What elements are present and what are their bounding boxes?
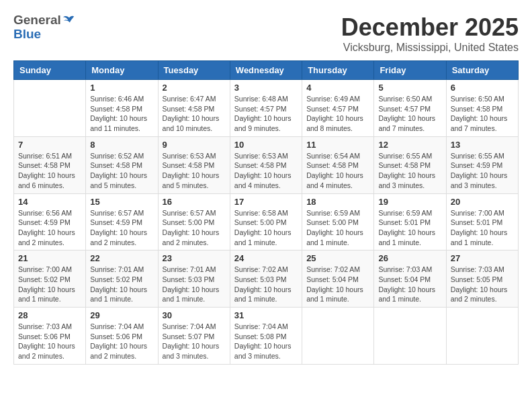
day-info: Sunrise: 6:51 AM Sunset: 4:58 PM Dayligh… — [18, 151, 81, 191]
logo-bird-icon — [62, 14, 77, 26]
day-number: 2 — [163, 83, 226, 93]
day-info: Sunrise: 7:02 AM Sunset: 5:04 PM Dayligh… — [306, 265, 369, 304]
calendar-cell: 10Sunrise: 6:53 AM Sunset: 4:58 PM Dayli… — [230, 136, 302, 193]
day-number: 24 — [234, 253, 298, 263]
calendar-cell: 14Sunrise: 6:56 AM Sunset: 4:59 PM Dayli… — [14, 193, 86, 250]
calendar-cell: 27Sunrise: 7:03 AM Sunset: 5:05 PM Dayli… — [446, 250, 518, 308]
day-info: Sunrise: 7:00 AM Sunset: 5:01 PM Dayligh… — [451, 208, 514, 248]
day-header-saturday: Saturday — [446, 61, 518, 80]
day-info: Sunrise: 6:46 AM Sunset: 4:58 PM Dayligh… — [90, 94, 153, 134]
day-info: Sunrise: 6:57 AM Sunset: 5:00 PM Dayligh… — [163, 208, 226, 248]
day-header-friday: Friday — [374, 61, 446, 80]
calendar-cell: 26Sunrise: 7:03 AM Sunset: 5:04 PM Dayli… — [374, 250, 446, 308]
calendar-cell: 24Sunrise: 7:02 AM Sunset: 5:03 PM Dayli… — [230, 250, 302, 308]
day-number: 26 — [378, 253, 441, 263]
calendar-cell: 30Sunrise: 7:04 AM Sunset: 5:07 PM Dayli… — [158, 308, 230, 365]
day-info: Sunrise: 6:57 AM Sunset: 4:59 PM Dayligh… — [90, 208, 153, 248]
day-number: 1 — [90, 83, 153, 93]
calendar-body: 1Sunrise: 6:46 AM Sunset: 4:58 PM Daylig… — [14, 80, 519, 365]
logo-general: General — [13, 13, 61, 28]
day-info: Sunrise: 6:50 AM Sunset: 4:58 PM Dayligh… — [451, 94, 514, 134]
day-header-thursday: Thursday — [302, 61, 374, 80]
day-number: 15 — [90, 197, 153, 207]
calendar-week-3: 14Sunrise: 6:56 AM Sunset: 4:59 PM Dayli… — [14, 193, 519, 250]
calendar-week-4: 21Sunrise: 7:00 AM Sunset: 5:02 PM Dayli… — [14, 250, 519, 308]
day-info: Sunrise: 6:58 AM Sunset: 5:00 PM Dayligh… — [234, 208, 298, 248]
calendar-cell: 29Sunrise: 7:04 AM Sunset: 5:06 PM Dayli… — [86, 308, 158, 365]
calendar-cell: 16Sunrise: 6:57 AM Sunset: 5:00 PM Dayli… — [158, 193, 230, 250]
day-info: Sunrise: 6:55 AM Sunset: 4:59 PM Dayligh… — [451, 151, 514, 191]
day-header-tuesday: Tuesday — [158, 61, 230, 80]
day-number: 4 — [306, 83, 369, 93]
calendar-cell: 12Sunrise: 6:55 AM Sunset: 4:58 PM Dayli… — [374, 136, 446, 193]
calendar-cell: 3Sunrise: 6:48 AM Sunset: 4:57 PM Daylig… — [230, 80, 302, 137]
calendar-cell: 23Sunrise: 7:01 AM Sunset: 5:03 PM Dayli… — [158, 250, 230, 308]
calendar-cell: 28Sunrise: 7:03 AM Sunset: 5:06 PM Dayli… — [14, 308, 86, 365]
calendar-cell: 8Sunrise: 6:52 AM Sunset: 4:58 PM Daylig… — [86, 136, 158, 193]
day-number: 17 — [234, 197, 298, 207]
calendar-cell: 20Sunrise: 7:00 AM Sunset: 5:01 PM Dayli… — [446, 193, 518, 250]
day-number: 7 — [18, 140, 81, 150]
day-info: Sunrise: 7:03 AM Sunset: 5:05 PM Dayligh… — [451, 265, 514, 304]
day-number: 18 — [306, 197, 369, 207]
day-info: Sunrise: 6:53 AM Sunset: 4:58 PM Dayligh… — [163, 151, 226, 191]
day-info: Sunrise: 7:01 AM Sunset: 5:03 PM Dayligh… — [163, 265, 226, 304]
calendar-cell: 18Sunrise: 6:59 AM Sunset: 5:00 PM Dayli… — [302, 193, 374, 250]
calendar-header: SundayMondayTuesdayWednesdayThursdayFrid… — [14, 61, 519, 80]
logo-blue: Blue — [13, 28, 41, 42]
day-number: 6 — [451, 83, 514, 93]
day-info: Sunrise: 7:04 AM Sunset: 5:08 PM Dayligh… — [234, 322, 298, 361]
calendar-cell: 19Sunrise: 6:59 AM Sunset: 5:01 PM Dayli… — [374, 193, 446, 250]
day-info: Sunrise: 6:47 AM Sunset: 4:58 PM Dayligh… — [163, 94, 226, 134]
calendar-cell — [446, 308, 518, 365]
day-number: 31 — [234, 310, 298, 320]
calendar-cell: 7Sunrise: 6:51 AM Sunset: 4:58 PM Daylig… — [14, 136, 86, 193]
calendar-cell: 9Sunrise: 6:53 AM Sunset: 4:58 PM Daylig… — [158, 136, 230, 193]
day-number: 10 — [234, 140, 298, 150]
calendar-week-1: 1Sunrise: 6:46 AM Sunset: 4:58 PM Daylig… — [14, 80, 519, 137]
calendar-cell: 22Sunrise: 7:01 AM Sunset: 5:02 PM Dayli… — [86, 250, 158, 308]
calendar-cell: 17Sunrise: 6:58 AM Sunset: 5:00 PM Dayli… — [230, 193, 302, 250]
day-number: 28 — [18, 310, 81, 320]
day-number: 23 — [163, 253, 226, 263]
day-info: Sunrise: 7:02 AM Sunset: 5:03 PM Dayligh… — [234, 265, 298, 304]
calendar-cell — [14, 80, 86, 137]
calendar-cell: 13Sunrise: 6:55 AM Sunset: 4:59 PM Dayli… — [446, 136, 518, 193]
day-header-sunday: Sunday — [14, 61, 86, 80]
day-info: Sunrise: 6:53 AM Sunset: 4:58 PM Dayligh… — [234, 151, 298, 191]
calendar-cell: 4Sunrise: 6:49 AM Sunset: 4:57 PM Daylig… — [302, 80, 374, 137]
day-header-wednesday: Wednesday — [230, 61, 302, 80]
day-number: 13 — [451, 140, 514, 150]
day-number: 29 — [90, 310, 153, 320]
day-number: 27 — [451, 253, 514, 263]
day-info: Sunrise: 6:54 AM Sunset: 4:58 PM Dayligh… — [306, 151, 369, 191]
day-number: 14 — [18, 197, 81, 207]
calendar-cell: 6Sunrise: 6:50 AM Sunset: 4:58 PM Daylig… — [446, 80, 518, 137]
day-info: Sunrise: 7:03 AM Sunset: 5:04 PM Dayligh… — [378, 265, 441, 304]
logo: General Blue — [13, 13, 77, 42]
day-number: 30 — [163, 310, 226, 320]
day-info: Sunrise: 7:00 AM Sunset: 5:02 PM Dayligh… — [18, 265, 81, 304]
day-info: Sunrise: 6:55 AM Sunset: 4:58 PM Dayligh… — [378, 151, 441, 191]
page-header: General Blue December 2025 Vicksburg, Mi… — [13, 13, 519, 54]
calendar-cell: 31Sunrise: 7:04 AM Sunset: 5:08 PM Dayli… — [230, 308, 302, 365]
day-number: 11 — [306, 140, 369, 150]
day-info: Sunrise: 6:49 AM Sunset: 4:57 PM Dayligh… — [306, 94, 369, 134]
day-info: Sunrise: 6:48 AM Sunset: 4:57 PM Dayligh… — [234, 94, 298, 134]
day-info: Sunrise: 7:04 AM Sunset: 5:07 PM Dayligh… — [163, 322, 226, 361]
calendar-week-5: 28Sunrise: 7:03 AM Sunset: 5:06 PM Dayli… — [14, 308, 519, 365]
day-info: Sunrise: 6:50 AM Sunset: 4:57 PM Dayligh… — [378, 94, 441, 134]
day-info: Sunrise: 7:03 AM Sunset: 5:06 PM Dayligh… — [18, 322, 81, 361]
calendar-cell: 21Sunrise: 7:00 AM Sunset: 5:02 PM Dayli… — [14, 250, 86, 308]
day-info: Sunrise: 6:59 AM Sunset: 5:00 PM Dayligh… — [306, 208, 369, 248]
day-info: Sunrise: 6:52 AM Sunset: 4:58 PM Dayligh… — [90, 151, 153, 191]
day-number: 9 — [163, 140, 226, 150]
day-info: Sunrise: 6:59 AM Sunset: 5:01 PM Dayligh… — [378, 208, 441, 248]
day-header-monday: Monday — [86, 61, 158, 80]
calendar-cell — [374, 308, 446, 365]
day-number: 19 — [378, 197, 441, 207]
calendar-cell: 1Sunrise: 6:46 AM Sunset: 4:58 PM Daylig… — [86, 80, 158, 137]
day-number: 21 — [18, 253, 81, 263]
day-number: 20 — [451, 197, 514, 207]
calendar-cell — [302, 308, 374, 365]
